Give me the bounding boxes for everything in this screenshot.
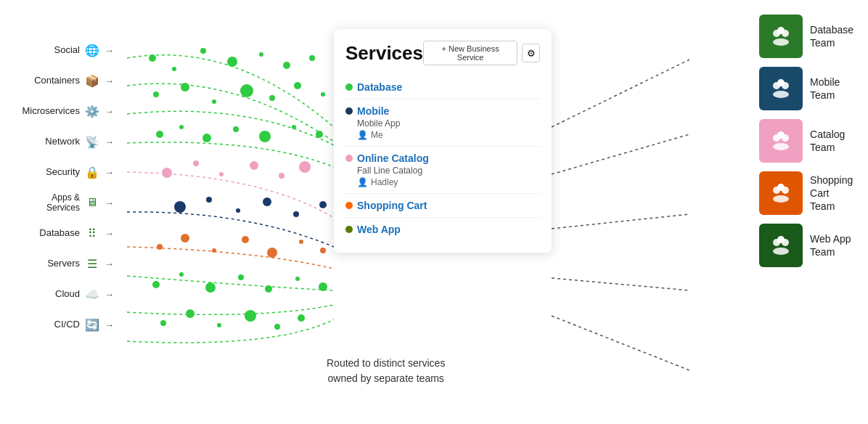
svg-point-49 bbox=[217, 323, 221, 327]
left-label-containers: Containers 📦 → bbox=[22, 67, 114, 94]
left-label-security: Security 🔒 → bbox=[22, 158, 114, 186]
diagram-container: Social 🌐 → Containers 📦 → Microservices … bbox=[0, 0, 868, 424]
service-user-mobile: 👤 Me bbox=[345, 130, 540, 140]
service-item-online-catalog: Online Catalog Fall Line Catalog 👤 Hadle… bbox=[345, 147, 540, 194]
arrow-cicd: → bbox=[105, 319, 114, 330]
svg-point-13 bbox=[321, 92, 325, 97]
arrow-social: → bbox=[105, 45, 114, 56]
left-label-database: Database ⠿ → bbox=[22, 219, 114, 247]
svg-point-19 bbox=[292, 125, 296, 129]
user-name-catalog: Hadley bbox=[371, 177, 398, 187]
svg-point-40 bbox=[152, 281, 160, 288]
servers-icon: ☰ bbox=[84, 257, 100, 271]
svg-point-8 bbox=[181, 83, 189, 91]
arrow-network: → bbox=[105, 136, 114, 147]
service-sub-mobile: Mobile App bbox=[345, 118, 540, 129]
svg-point-76 bbox=[777, 236, 785, 243]
database-icon-left: ⠿ bbox=[84, 227, 100, 240]
label-text-microservices: Microservices bbox=[22, 105, 80, 117]
svg-line-56 bbox=[552, 278, 689, 290]
service-name-catalog[interactable]: Online Catalog bbox=[357, 152, 429, 164]
arrow-cloud: → bbox=[105, 289, 114, 300]
svg-point-68 bbox=[777, 131, 785, 139]
svg-point-26 bbox=[299, 161, 311, 173]
svg-point-69 bbox=[773, 143, 789, 150]
left-label-social: Social 🌐 → bbox=[22, 36, 114, 64]
svg-point-37 bbox=[267, 248, 277, 258]
service-sub-catalog: Fall Line Catalog bbox=[345, 166, 540, 176]
mobile-team-label: MobileTeam bbox=[810, 76, 840, 102]
svg-point-15 bbox=[179, 125, 184, 129]
right-teams: DatabaseTeam MobileTeam bbox=[759, 15, 853, 267]
svg-point-5 bbox=[283, 62, 290, 69]
arrow-servers: → bbox=[105, 258, 114, 269]
new-service-button[interactable]: + New Business Service bbox=[423, 41, 517, 65]
svg-point-7 bbox=[153, 91, 159, 97]
svg-point-51 bbox=[274, 324, 280, 330]
mobile-team-svg bbox=[768, 76, 794, 102]
svg-point-42 bbox=[205, 282, 216, 293]
team-row-mobile: MobileTeam bbox=[759, 67, 853, 110]
arrow-security: → bbox=[105, 167, 114, 178]
catalog-team-svg bbox=[768, 128, 794, 154]
label-text-cloud: Cloud bbox=[22, 288, 80, 300]
dot-catalog bbox=[345, 155, 353, 162]
services-card: Services + New Business Service ⚙ Databa… bbox=[334, 29, 552, 253]
svg-point-12 bbox=[294, 82, 301, 89]
svg-point-27 bbox=[174, 201, 186, 213]
svg-point-45 bbox=[295, 277, 300, 281]
user-name-mobile: Me bbox=[371, 130, 383, 140]
arrow-microservices: → bbox=[105, 106, 114, 117]
svg-point-65 bbox=[773, 91, 789, 98]
svg-point-6 bbox=[309, 55, 315, 61]
service-item-shopping-cart: Shopping Cart bbox=[345, 194, 540, 218]
svg-point-41 bbox=[179, 272, 184, 277]
svg-point-18 bbox=[259, 131, 271, 142]
gear-button[interactable]: ⚙ bbox=[522, 44, 540, 62]
web-app-team-label: Web AppTeam bbox=[810, 232, 851, 258]
svg-point-17 bbox=[233, 126, 239, 132]
svg-point-47 bbox=[160, 320, 166, 326]
label-text-database: Database bbox=[22, 227, 80, 239]
svg-point-20 bbox=[316, 131, 323, 138]
svg-point-11 bbox=[269, 95, 275, 101]
caption: Routed to distinct servicesowned by sepa… bbox=[327, 356, 445, 386]
label-text-containers: Containers bbox=[22, 75, 80, 86]
label-text-social: Social bbox=[22, 44, 80, 56]
shopping-cart-team-label: ShoppingCartTeam bbox=[810, 174, 853, 213]
web-app-team-icon bbox=[759, 224, 803, 267]
services-actions: + New Business Service ⚙ bbox=[423, 41, 540, 65]
service-name-mobile[interactable]: Mobile bbox=[357, 105, 389, 117]
svg-point-22 bbox=[193, 160, 199, 166]
database-team-label: DatabaseTeam bbox=[810, 23, 853, 49]
label-text-cicd: CI/CD bbox=[22, 319, 80, 330]
svg-point-72 bbox=[777, 184, 785, 191]
svg-point-39 bbox=[320, 248, 326, 253]
service-item-database: Database bbox=[345, 76, 540, 99]
dot-database bbox=[345, 83, 353, 91]
svg-point-9 bbox=[212, 99, 216, 104]
catalog-team-icon bbox=[759, 119, 803, 163]
svg-point-48 bbox=[186, 309, 195, 318]
svg-point-2 bbox=[200, 48, 206, 54]
service-name-shopping-cart[interactable]: Shopping Cart bbox=[357, 200, 427, 211]
team-row-web-app: Web AppTeam bbox=[759, 224, 853, 267]
service-name-row-catalog: Online Catalog bbox=[345, 152, 540, 164]
svg-line-55 bbox=[552, 214, 689, 229]
service-name-database[interactable]: Database bbox=[357, 81, 402, 93]
team-row-shopping-cart: ShoppingCartTeam bbox=[759, 171, 853, 215]
service-item-web-app: Web App bbox=[345, 218, 540, 241]
svg-line-57 bbox=[552, 316, 689, 370]
svg-point-4 bbox=[259, 52, 263, 57]
svg-point-1 bbox=[172, 67, 176, 71]
shopping-cart-team-icon bbox=[759, 171, 803, 215]
svg-point-50 bbox=[245, 310, 256, 322]
svg-point-36 bbox=[242, 236, 249, 243]
svg-point-60 bbox=[777, 27, 785, 34]
svg-point-33 bbox=[157, 244, 163, 250]
label-text-security: Security bbox=[22, 166, 80, 178]
svg-point-21 bbox=[162, 168, 172, 178]
service-name-web-app[interactable]: Web App bbox=[357, 224, 401, 235]
svg-point-28 bbox=[206, 197, 212, 203]
svg-point-64 bbox=[777, 79, 785, 86]
